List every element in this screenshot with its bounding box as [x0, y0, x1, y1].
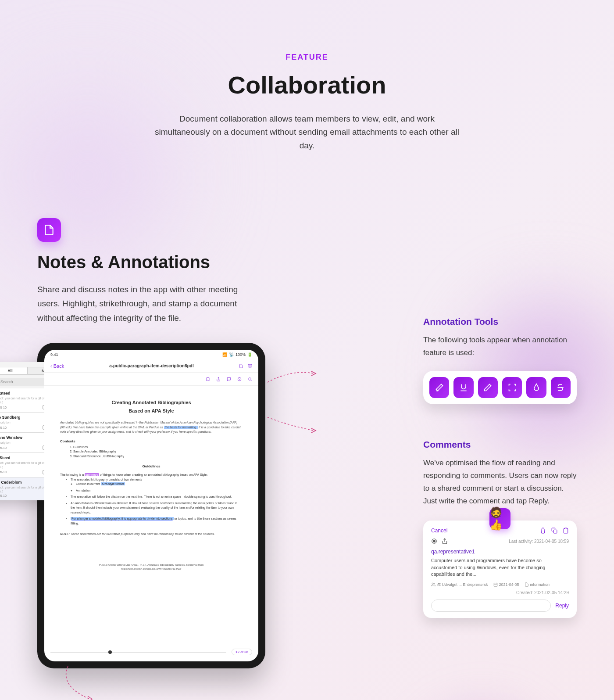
history-item-name: Joen Cederblom: [0, 480, 22, 485]
pencil-tool-button[interactable]: [478, 377, 498, 398]
status-battery: 100%: [236, 352, 246, 357]
history-item-name: Stefano Winslow: [0, 435, 22, 440]
doc-bullets: The annotated bibliography consists of t…: [71, 477, 243, 526]
history-item-name: Erin Steed: [0, 391, 11, 395]
chat-icon[interactable]: [227, 377, 231, 381]
status-time: 9:41: [50, 352, 58, 357]
highlighted-text: summary: [85, 473, 99, 476]
arrow-to-tools: [265, 365, 318, 391]
doc-contents-list: Guidelines Sample Annotated Bibliography…: [73, 445, 243, 459]
document-title: a-public-paragraph-item-description6pdf: [109, 363, 194, 368]
arrow-to-comments: [265, 413, 318, 439]
signal-icon: 📶: [222, 352, 227, 357]
highlighter-tool-button[interactable]: [429, 377, 449, 398]
doc-footer: 12 of 36: [50, 649, 252, 655]
comments-title: Comments: [423, 439, 577, 450]
radio-selected-icon[interactable]: [431, 538, 437, 544]
reply-input[interactable]: [431, 599, 551, 612]
search-icon[interactable]: [248, 377, 252, 381]
history-item-date: 2020-05-10: [0, 470, 7, 474]
highlighted-text: APA style format: [101, 482, 125, 485]
history-item-date: 2020-05-10: [0, 446, 7, 449]
doc-icon: [525, 582, 529, 587]
group-icon: [431, 582, 436, 587]
notes-title: Notes & Annotations: [37, 252, 577, 272]
arrow-to-history: [55, 664, 99, 700]
history-item-name: Erin Steed: [0, 456, 11, 460]
search-placeholder: Search: [0, 380, 13, 384]
document-body: Creating Annotated Bibliographies Based …: [44, 386, 258, 584]
doc-guidelines-title: Guidelines: [60, 464, 243, 469]
bookmark-icon[interactable]: [206, 377, 210, 381]
clipboard-icon[interactable]: [563, 528, 569, 534]
back-button[interactable]: ‹ Back: [50, 363, 64, 369]
doc-guideline-lead: The following is a summary of things to …: [60, 473, 243, 477]
share-icon[interactable]: [442, 538, 448, 544]
svg-rect-11: [494, 583, 497, 586]
page-subtitle: Document collaboration allows team membe…: [154, 112, 460, 152]
copy-icon[interactable]: [551, 528, 557, 534]
doc-subheading: Based on APA Style: [60, 407, 243, 415]
wifi-icon: 📡: [229, 352, 234, 357]
svg-rect-6: [553, 530, 557, 534]
highlighted-text: For a longer annotated bibliography, it …: [71, 517, 174, 520]
underline-tool-button[interactable]: [453, 377, 473, 398]
comment-text: Computer users and programmers have beco…: [431, 557, 569, 578]
doc-heading: Creating Annotated Bibliographies: [60, 399, 243, 406]
status-bar: 9:41 📶 📡 100% 🔋: [44, 350, 258, 359]
history-item-date: 2020-05-10: [0, 494, 7, 497]
book-icon[interactable]: [248, 364, 252, 368]
page-slider[interactable]: [50, 652, 226, 653]
selection-tool-button[interactable]: [502, 377, 522, 398]
history-item-date: 2020-05-10: [0, 406, 7, 409]
comments-desc: We've optimised the flow of reading and …: [423, 457, 577, 508]
svg-rect-7: [565, 528, 567, 529]
history-item-name: Malte Sundberg: [0, 415, 21, 420]
ink-tool-button[interactable]: [526, 377, 546, 398]
strikethrough-tool-button[interactable]: [551, 377, 571, 398]
doc-reference: Purdue Online Writing Lab (OWL). (n.d.).…: [60, 563, 243, 571]
page-indicator: 12 of 36: [232, 649, 252, 655]
doc-intro: Annotated bibliographies are not specifi…: [60, 420, 243, 434]
tablet-mockup: All My Search: [37, 343, 265, 668]
notes-section-icon: [37, 218, 61, 242]
svg-point-9: [433, 540, 436, 542]
svg-point-10: [432, 583, 433, 584]
history-tab-all[interactable]: All: [0, 367, 27, 375]
page-title: Collaboration: [37, 71, 577, 99]
doc-note: NOTE: These annotations are for illustra…: [60, 532, 243, 537]
annotation-tools-row: [423, 371, 577, 404]
comment-card: 🧔👍 Cancel Last: [423, 521, 577, 617]
svg-point-5: [249, 377, 251, 380]
comment-date: 2021-04-05: [499, 582, 519, 587]
comment-group: Æ Udvalget ... Entreprenørsk: [437, 582, 488, 587]
share-icon[interactable]: [216, 377, 221, 381]
history-item-date: 2020-05-10: [0, 426, 7, 429]
last-activity: Last activity: 2021-04-05 18:59: [509, 539, 569, 544]
annotation-tools-title: Annotation Tools: [423, 316, 577, 327]
annotation-icon[interactable]: [237, 377, 242, 381]
comment-created: Created: 2021-02-05 14:29: [431, 590, 569, 595]
comment-type: information: [530, 582, 550, 587]
calendar-icon: [493, 582, 498, 587]
cancel-button[interactable]: Cancel: [431, 528, 447, 534]
page-header: FEATURE Collaboration Document collabora…: [37, 53, 577, 152]
comment-user: qa.representative1: [431, 549, 569, 555]
battery-icon: 🔋: [247, 352, 252, 357]
eyebrow: FEATURE: [37, 53, 577, 62]
doc-icon[interactable]: [239, 364, 243, 368]
avatar: 🧔👍: [489, 508, 510, 529]
reply-button[interactable]: Reply: [555, 603, 569, 609]
trash-icon[interactable]: [540, 528, 546, 534]
annotation-tools-desc: The following tools appear when annotati…: [423, 334, 577, 359]
notes-desc: Share and discuss notes in the app with …: [37, 283, 257, 325]
highlighted-text: the basis for formatting.: [164, 426, 198, 429]
doc-contents-title: Contents: [60, 439, 243, 444]
